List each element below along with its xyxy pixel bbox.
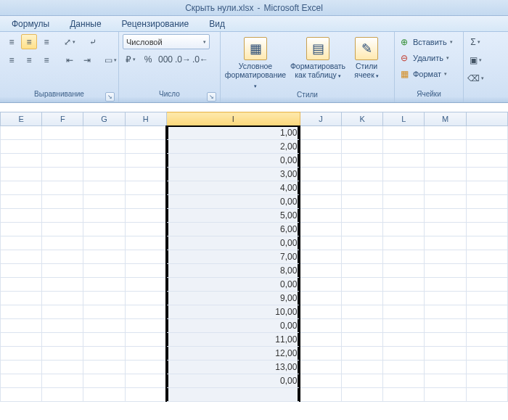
align-left-icon[interactable]: ≡: [4, 52, 20, 67]
cell[interactable]: [1, 140, 42, 154]
tab-formulas[interactable]: Формулы: [1, 17, 60, 31]
cell[interactable]: [425, 209, 466, 223]
cell[interactable]: [300, 236, 341, 250]
cell[interactable]: [125, 154, 166, 168]
cell[interactable]: 12,00: [166, 347, 300, 361]
table-row[interactable]: 11,00: [1, 333, 508, 347]
cell[interactable]: [383, 168, 425, 181]
cell[interactable]: [125, 305, 166, 319]
cell[interactable]: [425, 154, 466, 168]
col-header-E[interactable]: E: [1, 112, 42, 126]
cell-styles-button[interactable]: ✎ Стили ячеек: [349, 34, 384, 81]
cell[interactable]: [83, 278, 125, 292]
cell[interactable]: [42, 209, 83, 223]
cell[interactable]: [425, 236, 466, 250]
cell[interactable]: [383, 209, 425, 223]
cell[interactable]: [342, 195, 383, 209]
cell[interactable]: [125, 333, 166, 347]
cell[interactable]: [342, 361, 383, 374]
cell[interactable]: [1, 374, 42, 388]
cell[interactable]: [466, 264, 507, 278]
table-row[interactable]: 13,00: [1, 361, 508, 374]
decrease-indent-icon[interactable]: ⇤: [62, 52, 78, 67]
cell[interactable]: [342, 388, 383, 402]
cell[interactable]: 0,00: [166, 195, 300, 209]
cell[interactable]: [383, 278, 425, 292]
conditional-formatting-button[interactable]: ▦ Условное форматирование: [224, 34, 287, 91]
cell[interactable]: [42, 223, 83, 236]
table-row[interactable]: 0,00: [1, 195, 508, 209]
cell[interactable]: [125, 223, 166, 236]
cell[interactable]: [425, 305, 466, 319]
cell[interactable]: [125, 361, 166, 374]
cell[interactable]: [42, 168, 83, 181]
cell[interactable]: [300, 374, 341, 388]
cell[interactable]: [466, 168, 507, 181]
cell[interactable]: [383, 374, 425, 388]
cell[interactable]: [425, 374, 466, 388]
cell[interactable]: 10,00: [166, 305, 300, 319]
cell[interactable]: [300, 250, 341, 264]
cell[interactable]: [1, 209, 42, 223]
cell[interactable]: [83, 236, 125, 250]
cell[interactable]: [342, 236, 383, 250]
cell[interactable]: [342, 374, 383, 388]
cell[interactable]: [466, 195, 507, 209]
cell[interactable]: [466, 361, 507, 374]
cell[interactable]: [300, 140, 341, 154]
cell[interactable]: [83, 250, 125, 264]
tab-review[interactable]: Рецензирование: [112, 17, 200, 31]
cell[interactable]: [125, 264, 166, 278]
cell[interactable]: [83, 195, 125, 209]
cell[interactable]: [83, 209, 125, 223]
cell[interactable]: [342, 181, 383, 195]
cell[interactable]: [466, 347, 507, 361]
col-header-M[interactable]: M: [425, 112, 466, 126]
cell[interactable]: [1, 154, 42, 168]
cell[interactable]: [42, 264, 83, 278]
col-header-L[interactable]: L: [383, 112, 425, 126]
merge-cells-icon[interactable]: ▭: [102, 52, 118, 67]
cell[interactable]: [300, 209, 341, 223]
cell[interactable]: [425, 168, 466, 181]
cell[interactable]: [1, 347, 42, 361]
tab-view[interactable]: Вид: [199, 17, 235, 31]
cell[interactable]: [383, 140, 425, 154]
increase-indent-icon[interactable]: ⇥: [79, 52, 95, 67]
cell[interactable]: [125, 374, 166, 388]
cell[interactable]: [42, 250, 83, 264]
orientation-icon[interactable]: ⤢: [62, 34, 78, 49]
cell[interactable]: [383, 292, 425, 305]
cell[interactable]: [125, 168, 166, 181]
col-header-blank[interactable]: [466, 112, 507, 126]
grid[interactable]: E F G H I J K L M 1,002,000,003,004,000,…: [0, 112, 508, 402]
table-row[interactable]: 0,00: [1, 236, 508, 250]
cell[interactable]: 0,00: [166, 278, 300, 292]
col-header-H[interactable]: H: [125, 112, 166, 126]
cell[interactable]: [1, 292, 42, 305]
cell[interactable]: [125, 250, 166, 264]
cell[interactable]: [342, 305, 383, 319]
cell[interactable]: 0,00: [166, 319, 300, 333]
cell[interactable]: [300, 168, 341, 181]
cell[interactable]: [383, 361, 425, 374]
cell[interactable]: [466, 388, 507, 402]
cell[interactable]: [83, 168, 125, 181]
insert-cells-button[interactable]: ⊕ Вставить ▾: [398, 34, 456, 49]
cell[interactable]: [383, 388, 425, 402]
table-row[interactable]: 6,00: [1, 223, 508, 236]
accounting-format-icon[interactable]: ₽: [123, 52, 139, 67]
table-row[interactable]: [1, 388, 508, 402]
cell[interactable]: [383, 181, 425, 195]
cell[interactable]: [342, 333, 383, 347]
cell[interactable]: [300, 347, 341, 361]
cell[interactable]: [342, 223, 383, 236]
cell[interactable]: [1, 264, 42, 278]
cell[interactable]: [83, 154, 125, 168]
cell[interactable]: [466, 236, 507, 250]
cell[interactable]: [42, 140, 83, 154]
cell[interactable]: [466, 292, 507, 305]
table-row[interactable]: 0,00: [1, 278, 508, 292]
cell[interactable]: [425, 292, 466, 305]
cell[interactable]: [466, 181, 507, 195]
